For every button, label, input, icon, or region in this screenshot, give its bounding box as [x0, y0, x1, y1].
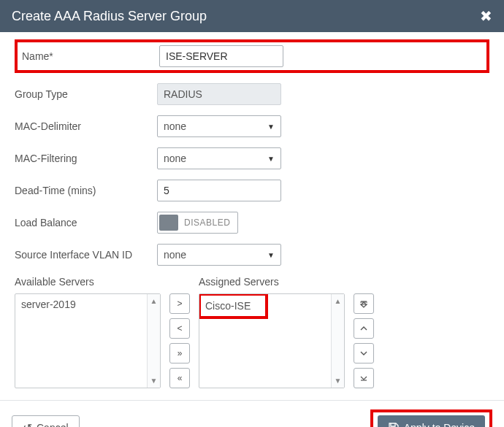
reorder-buttons	[354, 276, 374, 388]
move-all-right-button[interactable]: »	[169, 343, 190, 363]
source-vlan-select[interactable]: none ▼	[157, 244, 281, 266]
list-item[interactable]: Cisco-ISE	[205, 300, 251, 312]
group-type-text: RADIUS	[164, 88, 202, 100]
chevron-up-icon	[359, 324, 368, 333]
mac-filtering-value: none	[164, 153, 186, 164]
available-servers-title: Available Servers	[15, 276, 161, 288]
scrollbar[interactable]: ▲ ▼	[147, 294, 160, 388]
source-vlan-value: none	[164, 249, 186, 261]
chevron-down-icon: ▼	[267, 123, 275, 131]
load-balance-toggle[interactable]: DISABLED	[157, 212, 238, 234]
move-down-button[interactable]	[354, 343, 374, 363]
cancel-button[interactable]: ↺ Cancel	[12, 415, 80, 427]
chevron-down-icon: ▼	[267, 251, 275, 259]
highlight-apply-button: Apply to Device	[370, 409, 492, 427]
modal: Create AAA Radius Server Group ✖ Name* G…	[0, 0, 504, 427]
toggle-state: DISABLED	[184, 218, 230, 228]
scroll-up-icon[interactable]: ▲	[150, 297, 158, 305]
cancel-button-label: Cancel	[37, 422, 69, 427]
toggle-knob	[159, 215, 178, 231]
move-top-button[interactable]	[354, 293, 374, 314]
save-icon	[388, 422, 400, 427]
apply-to-device-button[interactable]: Apply to Device	[378, 415, 485, 427]
modal-title: Create AAA Radius Server Group	[12, 9, 207, 24]
server-dual-list: Available Servers server-2019 ▲ ▼ > < » …	[15, 276, 489, 388]
close-icon[interactable]: ✖	[480, 7, 492, 25]
scroll-up-icon[interactable]: ▲	[335, 297, 342, 305]
modal-footer: ↺ Cancel Apply to Device	[0, 400, 504, 427]
mac-delimiter-select[interactable]: none ▼	[157, 115, 281, 137]
undo-icon: ↺	[23, 421, 32, 428]
move-all-left-button[interactable]: «	[169, 368, 190, 388]
modal-body: Name* Group Type RADIUS MAC-Delimiter no…	[0, 32, 504, 400]
name-input[interactable]	[159, 45, 283, 67]
available-servers-list[interactable]: server-2019 ▲ ▼	[15, 293, 161, 388]
group-type-label: Group Type	[15, 88, 157, 100]
scrollbar[interactable]: ▲ ▼	[331, 294, 344, 388]
chevron-down-icon	[359, 349, 368, 358]
mac-delimiter-value: none	[164, 120, 186, 132]
dead-time-input[interactable]	[157, 180, 281, 201]
chevron-down-icon: ▼	[267, 155, 275, 163]
highlight-name-row: Name*	[15, 39, 489, 73]
chevron-bottom-icon	[359, 374, 368, 382]
mac-filtering-label: MAC-Filtering	[15, 153, 157, 164]
group-type-value: RADIUS	[157, 83, 281, 105]
move-left-button[interactable]: <	[169, 318, 190, 339]
name-label: Name*	[22, 50, 159, 62]
move-right-button[interactable]: >	[169, 293, 190, 314]
apply-button-label: Apply to Device	[404, 422, 475, 427]
scroll-down-icon[interactable]: ▼	[335, 377, 342, 385]
dead-time-label: Dead-Time (mins)	[15, 185, 157, 196]
list-item[interactable]: server-2019	[21, 299, 141, 310]
chevron-top-icon	[359, 299, 368, 308]
modal-header: Create AAA Radius Server Group ✖	[0, 0, 504, 32]
move-up-button[interactable]	[354, 318, 374, 339]
assigned-servers-list[interactable]: Cisco-ISE ▲ ▼	[199, 293, 345, 388]
move-bottom-button[interactable]	[354, 368, 374, 388]
load-balance-label: Load Balance	[15, 217, 157, 228]
highlight-assigned-item: Cisco-ISE	[199, 294, 268, 319]
mac-filtering-select[interactable]: none ▼	[157, 147, 281, 169]
mac-delimiter-label: MAC-Delimiter	[15, 120, 157, 132]
assigned-servers-title: Assigned Servers	[199, 276, 345, 288]
move-buttons: > < » «	[169, 276, 190, 388]
source-vlan-label: Source Interface VLAN ID	[15, 249, 157, 261]
scroll-down-icon[interactable]: ▼	[150, 377, 158, 385]
